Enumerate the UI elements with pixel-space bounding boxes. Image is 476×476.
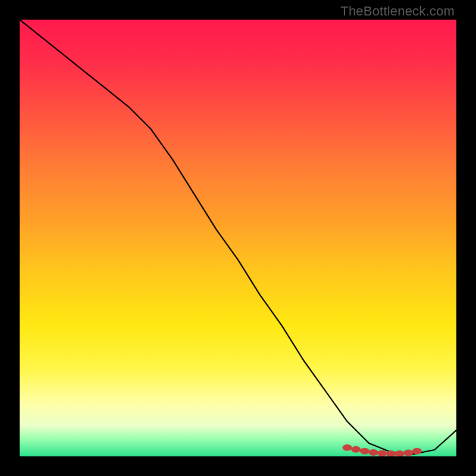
chart-frame: TheBottleneck.com [0, 0, 476, 476]
marker-point [360, 448, 369, 455]
marker-point [395, 450, 405, 456]
marker-point [369, 449, 378, 456]
marker-point [343, 444, 352, 451]
marker-group [343, 444, 422, 456]
line-series [20, 20, 456, 454]
marker-point [403, 450, 413, 456]
marker-point [377, 450, 387, 456]
chart-svg [20, 20, 456, 456]
watermark-text: TheBottleneck.com [340, 4, 455, 19]
marker-point [351, 446, 361, 453]
marker-point [412, 448, 422, 455]
plot-area [20, 20, 456, 456]
